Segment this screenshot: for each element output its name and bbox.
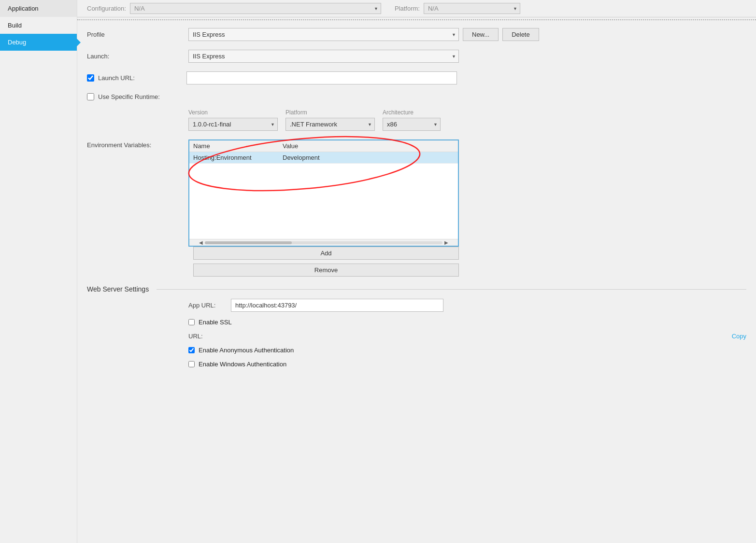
platform-col-select-wrapper: .NET Framework [285, 118, 375, 131]
env-var-wrapper: Name Value Hosting:Environment Developme… [188, 139, 459, 277]
env-var-header: Name Value [189, 140, 458, 152]
env-var-body: Hosting:Environment Development [189, 152, 458, 239]
launch-label: Launch: [87, 53, 188, 60]
architecture-label: Architecture [383, 109, 441, 116]
launch-row: Launch: IIS Express [87, 50, 746, 63]
configuration-select-wrapper: N/A [130, 3, 381, 14]
profile-control-group: IIS Express New... Delete [188, 28, 746, 41]
app-url-row: App URL: [188, 299, 746, 312]
enable-anonymous-auth-label: Enable Anonymous Authentication [199, 347, 294, 354]
configuration-select[interactable]: N/A [130, 3, 381, 14]
env-var-table: Name Value Hosting:Environment Developme… [188, 139, 459, 247]
architecture-select[interactable]: x86 [383, 118, 441, 131]
section-divider [157, 289, 746, 290]
env-var-actions: Add Remove [193, 247, 459, 277]
env-var-label: Environment Variables: [87, 139, 188, 149]
platform-col: Platform .NET Framework [285, 109, 375, 131]
architecture-col: Architecture x86 [383, 109, 441, 131]
version-col-label: Version [188, 109, 278, 116]
enable-windows-auth-row: Enable Windows Authentication [188, 361, 746, 368]
runtime-row: Version 1.0.0-rc1-final Platform .NET Fr… [188, 109, 746, 131]
launch-select-wrapper: IIS Express [188, 50, 459, 63]
launch-control-group: IIS Express [188, 50, 746, 63]
enable-windows-auth-label: Enable Windows Authentication [199, 361, 286, 368]
top-bar: Configuration: N/A Platform: N/A [77, 0, 756, 17]
architecture-select-wrapper: x86 [383, 118, 441, 131]
app-container: Application Build Debug Configuration: N… [0, 0, 756, 543]
enable-anonymous-auth-checkbox[interactable] [188, 347, 195, 353]
profile-select-wrapper: IIS Express [188, 28, 459, 41]
platform-col-label: Platform [285, 109, 375, 116]
env-var-scrollbar[interactable]: ◀ ▶ [189, 239, 458, 246]
version-col: Version 1.0.0-rc1-final [188, 109, 278, 131]
version-select-wrapper: 1.0.0-rc1-final [188, 118, 278, 131]
platform-select-wrapper: N/A [424, 3, 520, 14]
copy-link[interactable]: Copy [732, 333, 746, 340]
web-server-heading: Web Server Settings [87, 285, 746, 293]
platform-select[interactable]: N/A [424, 3, 520, 14]
env-var-row: Environment Variables: Name Value [87, 139, 746, 277]
platform-col-select[interactable]: .NET Framework [285, 118, 375, 131]
table-row[interactable]: Hosting:Environment Development [189, 152, 458, 164]
enable-anonymous-auth-row: Enable Anonymous Authentication [188, 347, 746, 354]
add-button[interactable]: Add [193, 247, 459, 260]
version-select[interactable]: 1.0.0-rc1-final [188, 118, 278, 131]
scroll-right-arrow[interactable]: ▶ [442, 240, 450, 245]
remove-button[interactable]: Remove [193, 264, 459, 277]
app-url-input[interactable] [231, 299, 443, 312]
launch-url-row: Launch URL: [87, 71, 746, 84]
sidebar: Application Build Debug [0, 0, 77, 543]
enable-windows-auth-checkbox[interactable] [188, 361, 195, 367]
sidebar-item-debug[interactable]: Debug [0, 34, 77, 51]
url-row: URL: Copy [188, 333, 746, 340]
launch-url-input[interactable] [186, 71, 457, 84]
profile-row: Profile IIS Express New... Delete [87, 28, 746, 41]
profile-label: Profile [87, 31, 188, 38]
configuration-label: Configuration: [87, 5, 126, 12]
content-area: Profile IIS Express New... Delete Launch… [77, 19, 756, 382]
enable-ssl-checkbox[interactable] [188, 319, 195, 325]
app-url-label: App URL: [188, 302, 227, 309]
env-var-scrolltrack [205, 241, 442, 244]
profile-select[interactable]: IIS Express [188, 28, 459, 41]
env-var-name-cell: Hosting:Environment [193, 154, 283, 161]
env-var-scrollthumb [205, 241, 292, 244]
env-var-value-cell: Development [283, 154, 320, 161]
enable-ssl-row: Enable SSL [188, 319, 746, 326]
use-specific-runtime-label: Use Specific Runtime: [98, 93, 160, 100]
platform-label: Platform: [395, 5, 420, 12]
launch-select[interactable]: IIS Express [188, 50, 459, 63]
launch-url-checkbox[interactable] [87, 74, 94, 82]
scroll-left-arrow[interactable]: ◀ [197, 240, 205, 245]
sidebar-item-build[interactable]: Build [0, 17, 77, 34]
new-button[interactable]: New... [463, 28, 499, 41]
launch-url-label: Launch URL: [98, 74, 183, 82]
env-var-value-header: Value [283, 142, 298, 150]
use-specific-runtime-row: Use Specific Runtime: [87, 93, 746, 100]
delete-button[interactable]: Delete [502, 28, 539, 41]
sidebar-item-application[interactable]: Application [0, 0, 77, 17]
enable-ssl-label: Enable SSL [199, 319, 232, 326]
use-specific-runtime-checkbox[interactable] [87, 93, 94, 100]
url-label: URL: [188, 333, 227, 340]
main-content: Configuration: N/A Platform: N/A Profile [77, 0, 756, 543]
env-var-name-header: Name [193, 142, 283, 150]
web-server-section: Web Server Settings App URL: Enable SSL … [87, 285, 746, 368]
